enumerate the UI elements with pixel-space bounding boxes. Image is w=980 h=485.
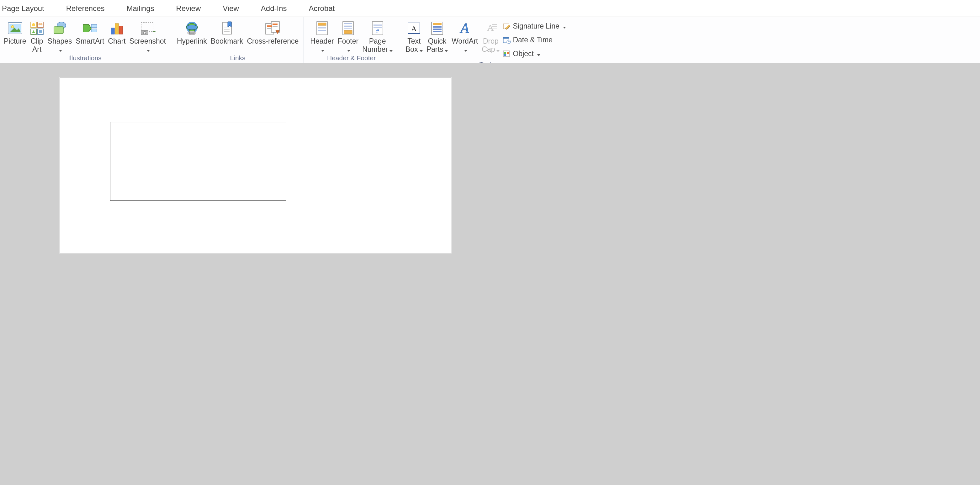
- chart-button[interactable]: Chart: [106, 19, 127, 54]
- svg-point-8: [40, 23, 42, 26]
- signature-line-icon: [503, 22, 511, 30]
- svg-rect-12: [39, 30, 42, 33]
- svg-marker-16: [83, 24, 91, 32]
- group-illustrations: Picture ClipArt Shapes SmartArt: [0, 17, 170, 63]
- svg-rect-30: [189, 32, 194, 34]
- quickparts-label-l1: Quick: [428, 37, 447, 45]
- svg-rect-43: [272, 26, 278, 27]
- tab-addins[interactable]: Add-Ins: [259, 0, 289, 17]
- svg-rect-46: [318, 23, 326, 26]
- quickparts-button[interactable]: QuickParts: [425, 19, 450, 61]
- tab-references[interactable]: References: [64, 0, 107, 17]
- tab-mailings[interactable]: Mailings: [125, 0, 156, 17]
- svg-rect-18: [91, 29, 97, 32]
- date-time-button[interactable]: Date & Time: [503, 34, 566, 46]
- svg-rect-71: [433, 29, 442, 30]
- wordart-icon: A: [458, 21, 472, 36]
- group-label-links: Links: [175, 54, 301, 63]
- svg-rect-90: [504, 52, 506, 54]
- textbox-button[interactable]: A TextBox: [404, 19, 425, 61]
- document-workspace: [0, 63, 980, 485]
- drawn-rectangle-shape[interactable]: [110, 122, 286, 201]
- screenshot-icon: +: [139, 21, 156, 35]
- object-button[interactable]: Object: [503, 48, 566, 60]
- tab-review[interactable]: Review: [174, 0, 203, 17]
- hyperlink-label: Hyperlink: [177, 37, 207, 45]
- clipart-button[interactable]: ClipArt: [28, 19, 46, 54]
- svg-marker-51: [321, 50, 324, 52]
- tab-page-layout[interactable]: Page Layout: [0, 0, 46, 17]
- footer-label: Footer: [338, 37, 358, 45]
- bookmark-icon: [220, 21, 234, 36]
- dropdown-caret-icon: [59, 45, 62, 54]
- clipart-icon: [30, 21, 44, 35]
- svg-rect-19: [111, 28, 115, 34]
- clipart-label-l1: Clip: [31, 37, 43, 45]
- wordart-button[interactable]: A WordArt: [450, 19, 480, 61]
- screenshot-button[interactable]: + Screenshot: [127, 19, 168, 54]
- dropdown-caret-icon: [147, 45, 150, 54]
- signature-line-button[interactable]: Signature Line: [503, 20, 566, 32]
- bookmark-button[interactable]: Bookmark: [209, 19, 245, 54]
- svg-rect-42: [272, 24, 278, 25]
- picture-button[interactable]: Picture: [2, 19, 28, 54]
- group-links: Hyperlink Bookmark Cross-reference Links: [170, 17, 304, 63]
- svg-point-2: [11, 26, 14, 28]
- svg-rect-40: [267, 26, 272, 27]
- text-side-column: Signature Line Date & Time Object: [501, 19, 567, 61]
- tab-acrobat[interactable]: Acrobat: [307, 0, 337, 17]
- svg-text:A: A: [412, 24, 417, 33]
- svg-marker-26: [147, 50, 150, 52]
- tab-view[interactable]: View: [221, 0, 241, 17]
- shapes-button[interactable]: Shapes: [46, 19, 74, 54]
- svg-marker-83: [563, 27, 566, 29]
- quickparts-label-l2: Parts: [426, 45, 444, 53]
- svg-rect-21: [119, 26, 123, 34]
- pagenumber-button[interactable]: # PageNumber: [360, 19, 395, 54]
- bookmark-label: Bookmark: [211, 37, 243, 45]
- smartart-icon: [82, 21, 98, 35]
- smartart-button[interactable]: SmartArt: [74, 19, 106, 54]
- svg-rect-85: [503, 37, 509, 38]
- svg-marker-15: [59, 50, 62, 52]
- footer-button[interactable]: Footer: [336, 19, 360, 54]
- dropdown-caret-icon: [464, 45, 467, 54]
- picture-icon: [8, 21, 22, 35]
- svg-point-24: [143, 31, 146, 34]
- hyperlink-button[interactable]: Hyperlink: [175, 19, 209, 54]
- svg-point-7: [38, 23, 40, 26]
- svg-rect-17: [91, 24, 97, 28]
- svg-text:A: A: [460, 21, 469, 36]
- crossref-button[interactable]: Cross-reference: [245, 19, 301, 54]
- svg-marker-64: [390, 50, 393, 52]
- smartart-label: SmartArt: [76, 37, 104, 45]
- clipart-label-l2: Art: [32, 45, 41, 54]
- svg-rect-57: [344, 30, 352, 34]
- textbox-icon: A: [407, 21, 421, 35]
- group-text: A TextBox QuickParts A WordArt A: [399, 17, 569, 63]
- dropdown-caret-icon: [390, 46, 393, 54]
- document-page[interactable]: [60, 78, 451, 253]
- svg-marker-58: [347, 50, 350, 52]
- dropcap-button[interactable]: A DropCap: [480, 19, 501, 61]
- svg-marker-67: [420, 50, 423, 52]
- screenshot-label: Screenshot: [129, 37, 166, 45]
- chart-icon: [109, 21, 124, 35]
- chart-label: Chart: [108, 37, 126, 45]
- dropcap-icon: A: [483, 21, 498, 35]
- svg-rect-41: [267, 28, 272, 29]
- header-button[interactable]: Header: [308, 19, 336, 54]
- svg-rect-20: [115, 24, 119, 34]
- svg-rect-69: [433, 23, 442, 25]
- object-label: Object: [513, 49, 533, 58]
- textbox-label-l2: Box: [406, 45, 418, 53]
- dropdown-caret-icon: [445, 46, 448, 54]
- dropdown-caret-icon: [563, 22, 566, 30]
- shapes-icon: [52, 21, 68, 35]
- group-label-hf: Header & Footer: [308, 54, 395, 63]
- svg-point-5: [32, 23, 35, 26]
- svg-rect-72: [433, 31, 442, 32]
- ribbon-tabs: Page Layout References Mailings Review V…: [0, 0, 980, 17]
- svg-marker-93: [537, 54, 540, 56]
- crossref-label: Cross-reference: [247, 37, 299, 45]
